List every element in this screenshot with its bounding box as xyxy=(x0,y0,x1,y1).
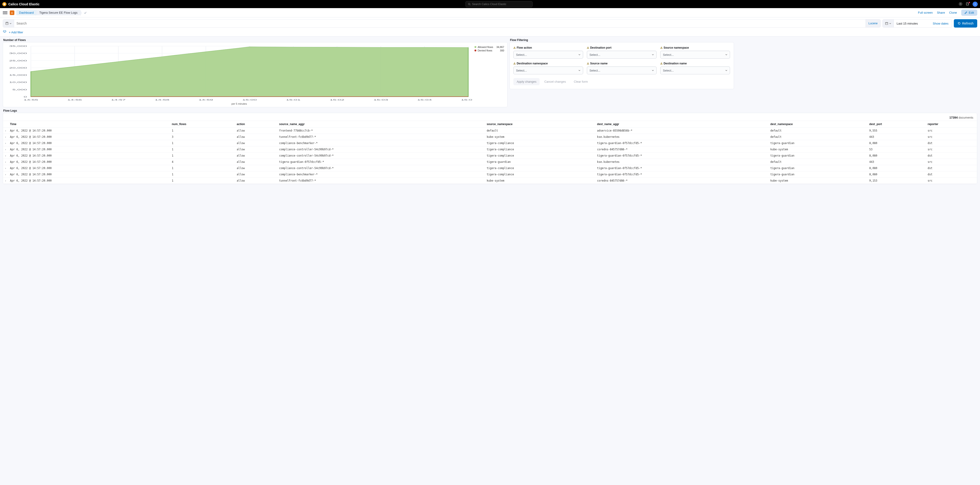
warning-icon: ⚠ xyxy=(587,46,589,49)
time-range-text[interactable]: Last 15 minutes xyxy=(894,19,929,27)
table-header[interactable]: source_name_aggr xyxy=(277,121,485,127)
table-cell: Apr 6, 2022 @ 14:57:20.000 xyxy=(8,127,170,134)
add-filter-button[interactable]: + Add filter xyxy=(9,30,23,34)
user-avatar[interactable]: t xyxy=(973,2,978,7)
expand-row-button[interactable]: › xyxy=(3,172,8,178)
filter-bar: + Add filter xyxy=(0,29,980,37)
calendar-button[interactable] xyxy=(883,19,894,27)
table-cell: tigera-guardian-6f57dccfd5-* xyxy=(277,159,485,165)
table-cell: compliance-benchmarker-* xyxy=(277,140,485,146)
table-header[interactable]: dest_port xyxy=(867,121,926,127)
table-header[interactable]: dest_name_aggr xyxy=(595,121,768,127)
table-cell: dst xyxy=(926,140,977,146)
table-row: ›Apr 6, 2022 @ 14:57:20.0001allowcomplia… xyxy=(3,146,977,153)
legend-label: Denied flows xyxy=(478,49,497,52)
table-cell: coredns-845757d86-* xyxy=(595,178,768,184)
filter-select[interactable]: Select... xyxy=(660,67,730,74)
chevron-down-icon xyxy=(578,69,581,72)
space-badge[interactable]: c xyxy=(10,10,14,15)
svg-rect-8 xyxy=(886,22,888,25)
table-cell: 1 xyxy=(170,172,235,178)
breadcrumb-dashboard[interactable]: Dashboard xyxy=(16,10,37,15)
table-cell: tigera-compliance xyxy=(485,153,595,159)
breadcrumb-current: Tigera Secure EE Flow Logs xyxy=(37,10,80,15)
expand-row-button[interactable]: › xyxy=(3,140,8,146)
app-toolbar: c Dashboard Tigera Secure EE Flow Logs F… xyxy=(0,8,980,17)
expand-row-button[interactable]: › xyxy=(3,127,8,134)
legend-value: 34,867 xyxy=(496,46,504,48)
table-row: ›Apr 6, 2022 @ 14:57:20.0001allowfronten… xyxy=(3,127,977,134)
filter-select[interactable]: Select... xyxy=(587,51,657,59)
refresh-button[interactable]: Refresh xyxy=(954,19,977,27)
global-search[interactable] xyxy=(465,1,533,7)
clone-button[interactable]: Clone xyxy=(949,11,957,14)
table-cell: kube-system xyxy=(768,178,867,184)
svg-rect-7 xyxy=(6,22,7,23)
expand-row-button[interactable]: › xyxy=(3,146,8,153)
flows-chart-panel: 05,00010,00015,00020,00025,00030,00035,0… xyxy=(3,42,508,107)
table-cell: kse.kubernetes xyxy=(595,134,768,140)
nav-toggle-icon[interactable] xyxy=(3,10,7,15)
svg-text:15:01: 15:01 xyxy=(286,99,301,101)
cancel-changes-button[interactable]: Cancel changes xyxy=(541,78,569,85)
svg-text:30,000: 30,000 xyxy=(9,52,27,54)
legend-value: 300 xyxy=(500,49,504,52)
svg-text:5,000: 5,000 xyxy=(13,89,27,91)
table-cell: src xyxy=(926,127,977,134)
legend-item[interactable]: Denied flows 300 xyxy=(474,49,504,52)
svg-point-5 xyxy=(960,3,961,5)
saved-query-button[interactable] xyxy=(3,19,14,27)
table-cell: kube-system xyxy=(485,178,595,184)
clear-form-button[interactable]: Clear form xyxy=(571,78,591,85)
expand-row-button[interactable]: › xyxy=(3,159,8,165)
table-cell: 3 xyxy=(170,134,235,140)
table-cell: 1 xyxy=(170,146,235,153)
expand-row-button[interactable]: › xyxy=(3,165,8,172)
table-header[interactable]: reporter xyxy=(926,121,977,127)
table-cell: kse.kubernetes xyxy=(595,159,768,165)
filter-select[interactable]: Select... xyxy=(660,51,730,59)
table-header[interactable]: Time xyxy=(8,121,170,127)
filter-select[interactable]: Select... xyxy=(587,67,657,74)
help-icon[interactable] xyxy=(959,2,963,6)
expand-row-button[interactable]: › xyxy=(3,134,8,140)
svg-text:15:05: 15:05 xyxy=(461,99,472,101)
share-button[interactable]: Share xyxy=(937,11,945,14)
chevron-down-icon xyxy=(578,54,581,56)
table-cell: allow xyxy=(235,178,277,184)
expand-row-button[interactable]: › xyxy=(3,153,8,159)
filter-select[interactable]: Select... xyxy=(514,51,583,59)
fullscreen-button[interactable]: Full screen xyxy=(918,11,933,14)
filter-toggle-icon[interactable] xyxy=(3,30,6,34)
show-dates-button[interactable]: Show dates xyxy=(929,19,952,27)
table-row: ›Apr 6, 2022 @ 14:57:20.0001allowcomplia… xyxy=(3,153,977,159)
table-cell: kube-system xyxy=(768,146,867,153)
query-lang-button[interactable]: Lucene xyxy=(865,19,880,27)
table-header[interactable]: action xyxy=(235,121,277,127)
global-search-input[interactable] xyxy=(472,3,530,6)
table-cell: 8,080 xyxy=(867,153,926,159)
chart-panel-title: Number of Flows xyxy=(3,38,508,42)
newsfeed-icon[interactable] xyxy=(966,2,970,6)
table-header[interactable]: dest_namespace xyxy=(768,121,867,127)
apply-changes-button[interactable]: Apply changes xyxy=(514,78,539,85)
table-cell: coredns-845757d86-* xyxy=(595,146,768,153)
table-cell: dst xyxy=(926,165,977,172)
query-input[interactable] xyxy=(14,19,865,27)
table-cell: allow xyxy=(235,172,277,178)
svg-text:35,000: 35,000 xyxy=(9,45,27,47)
chevron-down-icon xyxy=(652,54,654,56)
table-cell: tunnelfront-fc6bd9d77-* xyxy=(277,134,485,140)
svg-text:14:58: 14:58 xyxy=(155,99,169,101)
check-icon xyxy=(84,11,87,14)
expand-row-button[interactable]: › xyxy=(3,178,8,184)
svg-text:25,000: 25,000 xyxy=(9,59,27,62)
legend-item[interactable]: Allowed flows 34,867 xyxy=(474,46,504,48)
table-header[interactable]: num_flows xyxy=(170,121,235,127)
table-header[interactable]: source_namespace xyxy=(485,121,595,127)
table-cell: allow xyxy=(235,140,277,146)
flow-logs-table: Timenum_flowsactionsource_name_aggrsourc… xyxy=(3,121,977,184)
table-cell: src xyxy=(926,134,977,140)
edit-button[interactable]: Edit xyxy=(961,10,977,16)
filter-select[interactable]: Select... xyxy=(514,67,583,74)
